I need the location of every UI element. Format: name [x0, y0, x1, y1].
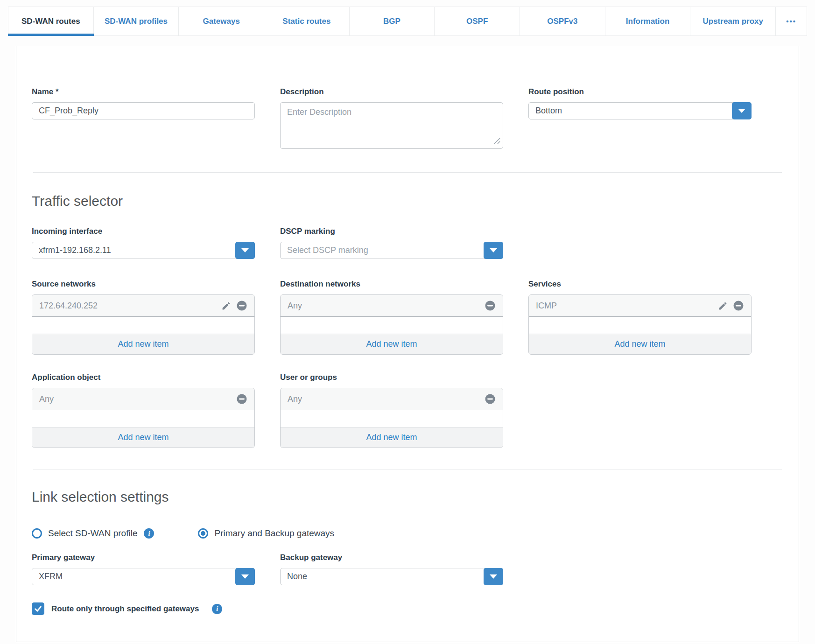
name-input[interactable] — [32, 102, 255, 119]
list-item-text: 172.64.240.252 — [39, 301, 98, 311]
primary-gateway-input[interactable] — [32, 568, 255, 585]
chevron-down-icon — [241, 574, 249, 579]
backup-gateway-dropdown-button[interactable] — [484, 568, 503, 585]
dscp-marking-label: DSCP marking — [280, 227, 503, 236]
description-textarea[interactable] — [280, 102, 503, 149]
list-item: Any — [32, 388, 254, 410]
add-new-item-button[interactable]: Add new item — [281, 334, 503, 354]
user-or-groups-box: Any Add new item — [280, 388, 503, 448]
route-only-checkbox-label: Route only through specified gateways — [51, 604, 199, 614]
backup-gateway-input[interactable] — [280, 568, 503, 585]
name-label: Name * — [32, 87, 255, 97]
tab-static-routes[interactable]: Static routes — [264, 7, 350, 35]
tab-upstream-proxy[interactable]: Upstream proxy — [690, 7, 776, 35]
incoming-interface-label: Incoming interface — [32, 227, 255, 236]
edit-icon[interactable] — [221, 301, 231, 311]
incoming-interface-dropdown-button[interactable] — [235, 242, 255, 259]
incoming-interface-input[interactable] — [32, 242, 255, 259]
route-position-dropdown — [528, 102, 752, 119]
dscp-marking-dropdown-button[interactable] — [484, 242, 503, 259]
incoming-interface-dropdown — [32, 242, 255, 259]
tab-ospf[interactable]: OSPF — [435, 7, 520, 35]
incoming-interface-field: Incoming interface — [32, 227, 255, 259]
application-users-row: Application object Any Add new item User… — [16, 373, 799, 448]
link-selection-heading: Link selection settings — [16, 489, 799, 505]
route-only-checkbox[interactable] — [32, 602, 44, 615]
sdwan-route-form-card: Name * Description Route position Traff — [16, 46, 799, 642]
link-selection-radio-row: Select SD-WAN profile i Primary and Back… — [16, 528, 799, 539]
networks-services-row: Source networks 172.64.240.252 Add new i… — [16, 280, 799, 355]
edit-icon[interactable] — [718, 301, 728, 311]
description-label: Description — [280, 87, 503, 97]
radio-group-primary-backup[interactable]: Primary and Backup gateways — [198, 528, 334, 539]
remove-icon[interactable] — [485, 393, 496, 405]
list-item: 172.64.240.252 — [32, 295, 254, 317]
list-item-text: Any — [39, 394, 54, 404]
chevron-down-icon — [241, 248, 249, 252]
destination-networks-label: Destination networks — [280, 280, 503, 289]
primary-gateway-dropdown-button[interactable] — [235, 568, 255, 585]
chevron-down-icon — [490, 574, 497, 579]
services-field: Services ICMP Add new item — [528, 280, 752, 355]
gateways-row: Primary gateway Backup gateway — [16, 553, 799, 585]
dscp-marking-field: DSCP marking — [280, 227, 503, 259]
application-object-field: Application object Any Add new item — [32, 373, 255, 448]
radio-group-sdwan-profile[interactable]: Select SD-WAN profile i — [32, 528, 154, 539]
section-divider — [33, 172, 782, 173]
user-or-groups-label: User or groups — [280, 373, 503, 382]
source-networks-label: Source networks — [32, 280, 255, 289]
add-new-item-button[interactable]: Add new item — [281, 427, 503, 448]
backup-gateway-field: Backup gateway — [280, 553, 503, 585]
interface-dscp-row: Incoming interface DSCP marking — [16, 227, 799, 259]
user-or-groups-field: User or groups Any Add new item — [280, 373, 503, 448]
info-icon[interactable]: i — [144, 528, 154, 539]
traffic-selector-heading: Traffic selector — [16, 193, 799, 209]
services-box: ICMP Add new item — [528, 294, 752, 355]
source-networks-box: 172.64.240.252 Add new item — [32, 294, 255, 355]
remove-icon[interactable] — [236, 393, 247, 405]
route-position-dropdown-button[interactable] — [732, 102, 752, 119]
list-item: Any — [281, 388, 503, 410]
chevron-down-icon — [490, 248, 497, 252]
description-field: Description — [280, 87, 503, 151]
name-field: Name * — [32, 87, 255, 119]
chevron-down-icon — [738, 109, 745, 113]
destination-networks-box: Any Add new item — [280, 294, 503, 355]
route-position-label: Route position — [528, 87, 752, 97]
dscp-marking-dropdown — [280, 242, 503, 259]
route-only-checkbox-row: Route only through specified gateways i — [16, 602, 799, 615]
services-label: Services — [528, 280, 752, 289]
radio-label: Primary and Backup gateways — [214, 528, 334, 539]
remove-icon[interactable] — [733, 300, 744, 311]
radio-sdwan-profile[interactable] — [32, 528, 42, 539]
tab-bar: SD-WAN routes SD-WAN profiles Gateways S… — [8, 7, 807, 36]
tab-bgp[interactable]: BGP — [350, 7, 435, 35]
tab-sdwan-profiles[interactable]: SD-WAN profiles — [94, 7, 179, 35]
dscp-marking-input[interactable] — [280, 242, 503, 259]
info-icon[interactable]: i — [212, 604, 222, 614]
route-position-input[interactable] — [528, 102, 752, 119]
add-new-item-button[interactable]: Add new item — [529, 334, 751, 354]
add-new-item-button[interactable]: Add new item — [32, 334, 254, 354]
tab-gateways[interactable]: Gateways — [179, 7, 264, 35]
application-object-label: Application object — [32, 373, 255, 382]
add-new-item-button[interactable]: Add new item — [32, 427, 254, 448]
backup-gateway-label: Backup gateway — [280, 553, 503, 562]
tab-sdwan-routes[interactable]: SD-WAN routes — [8, 7, 94, 35]
list-item-text: Any — [288, 394, 302, 404]
more-tabs-button[interactable]: ••• — [776, 7, 807, 35]
list-item: Any — [281, 295, 503, 317]
primary-gateway-field: Primary gateway — [32, 553, 255, 585]
remove-icon[interactable] — [485, 300, 496, 311]
radio-label: Select SD-WAN profile — [48, 528, 137, 539]
primary-gateway-label: Primary gateway — [32, 553, 255, 562]
list-item-text: Any — [288, 301, 302, 311]
radio-primary-backup-gateways[interactable] — [198, 528, 208, 539]
list-item-text: ICMP — [536, 301, 557, 311]
tab-information[interactable]: Information — [605, 7, 691, 35]
remove-icon[interactable] — [236, 300, 247, 311]
primary-gateway-dropdown — [32, 568, 255, 585]
list-item: ICMP — [529, 295, 751, 317]
destination-networks-field: Destination networks Any Add new item — [280, 280, 503, 355]
tab-ospfv3[interactable]: OSPFv3 — [520, 7, 605, 35]
